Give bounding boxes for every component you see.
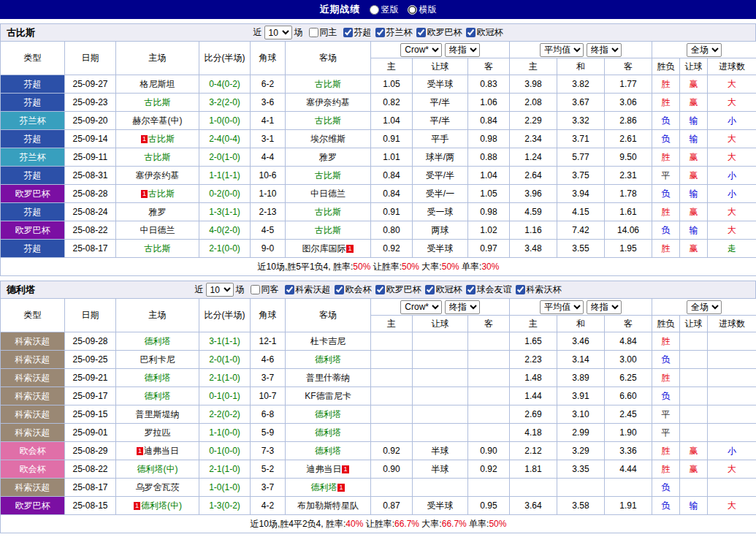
- col-goals-result: 进球数: [708, 58, 756, 75]
- summary-stat-label: 单率:: [459, 262, 482, 272]
- red-card-badge: 1: [137, 447, 143, 455]
- league-filter[interactable]: 科索沃杯: [516, 283, 562, 296]
- team-cell: 德利塔: [116, 369, 199, 387]
- goals-result-cell: 大: [708, 221, 756, 240]
- match-date: 25-08-22: [65, 221, 116, 240]
- layout-option-vertical[interactable]: 竖版: [370, 4, 399, 16]
- same-venue-label: 同客: [261, 283, 279, 296]
- handicap-result-cell: 赢: [680, 94, 708, 112]
- league-checkbox[interactable]: [285, 285, 294, 294]
- team-name: 德利塔: [315, 409, 341, 419]
- result-cell: 负: [652, 479, 680, 497]
- match-date: 25-08-17: [65, 479, 116, 497]
- match-score: 0-1(0-0): [199, 442, 251, 460]
- corner-score: 3-6: [251, 94, 286, 112]
- col-handicap-result: 让球: [680, 58, 708, 75]
- asia-away-odds: 0.97: [468, 240, 510, 258]
- fulltime-select[interactable]: 全场: [687, 300, 722, 314]
- summary-stat-label: 让胜率:: [363, 519, 394, 529]
- league-checkbox[interactable]: [425, 285, 435, 294]
- team-name: 赫尔辛基(中): [133, 115, 183, 126]
- league-checkbox[interactable]: [375, 28, 385, 37]
- games-label: 场: [294, 26, 303, 39]
- league-badge: 芬兰杯: [1, 148, 65, 167]
- corner-score: 6-2: [251, 75, 286, 94]
- euro-stage-select[interactable]: 终指: [587, 43, 622, 57]
- league-badge: 芬超: [1, 94, 65, 112]
- result-cell: 胜: [652, 203, 680, 221]
- summary-text: 近10场,胜5平1负4, 胜率:50% 让胜率:50% 大率:50% 单率:30…: [1, 258, 756, 276]
- summary-stat-label: 单率:: [467, 519, 489, 529]
- league-filter[interactable]: 欧罗巴杯: [375, 283, 421, 296]
- league-label: 欧会杯: [345, 283, 372, 296]
- same-venue-checkbox[interactable]: [251, 285, 260, 294]
- asia-home-odds: 0.91: [371, 203, 413, 221]
- asia-stage-select[interactable]: 终指: [445, 300, 480, 314]
- match-count-select[interactable]: 10: [264, 26, 292, 39]
- asia-home-odds: 0.92: [371, 442, 413, 460]
- league-filter[interactable]: 球会友谊: [466, 283, 512, 296]
- league-checkbox[interactable]: [375, 285, 385, 294]
- league-filter[interactable]: 科索沃超: [285, 283, 331, 296]
- handicap-result-cell: 输: [680, 130, 708, 148]
- league-filter[interactable]: 欧冠杯: [466, 26, 503, 39]
- odds-company-select[interactable]: Crow*: [400, 43, 442, 57]
- handicap-result-cell: [680, 332, 708, 351]
- asia-home-odds: [371, 351, 413, 369]
- team-name: 图尔库国际: [302, 243, 345, 254]
- recent-results-page: 近期战绩 竖版 横版 古比斯 近 10 场 同主 芬超芬兰杯欧罗巴杯欧冠杯: [0, 0, 756, 533]
- team-name: 德利塔: [145, 373, 171, 383]
- odds-company-select[interactable]: Crow*: [400, 300, 442, 314]
- fulltime-select[interactable]: 全场: [687, 43, 722, 57]
- euro-away-odds: 1.95: [605, 240, 652, 258]
- col-type: 类型: [1, 299, 65, 332]
- league-filter[interactable]: 欧会杯: [335, 283, 372, 296]
- league-filter[interactable]: 芬超: [343, 26, 372, 39]
- team-name-title: 古比斯: [7, 26, 35, 39]
- vertical-layout-radio[interactable]: [370, 5, 379, 15]
- horizontal-layout-radio[interactable]: [408, 5, 417, 15]
- corner-score: 2-13: [251, 203, 286, 221]
- league-checkbox[interactable]: [466, 285, 476, 294]
- goals-result-cell: 大: [708, 460, 756, 479]
- league-checkbox[interactable]: [416, 28, 426, 37]
- euro-away-odds: 2.61: [605, 130, 652, 148]
- league-checkbox[interactable]: [335, 285, 344, 294]
- asia-handicap: [413, 424, 468, 442]
- same-venue-filter[interactable]: 同主: [309, 26, 337, 39]
- match-row: 芬超25-08-24雅罗1-3(1-1)2-13古比斯0.91受一球0.984.…: [1, 203, 756, 221]
- team-cell: 古比斯: [116, 240, 199, 258]
- league-checkbox[interactable]: [466, 28, 476, 37]
- layout-option-horizontal[interactable]: 横版: [408, 4, 437, 16]
- same-venue-filter[interactable]: 同客: [251, 283, 279, 296]
- euro-home-odds: 1.48: [510, 369, 557, 387]
- asia-handicap: [413, 405, 468, 424]
- league-filter[interactable]: 芬兰杯: [375, 26, 413, 39]
- league-checkbox[interactable]: [516, 285, 525, 294]
- handicap-result-cell: [680, 369, 708, 387]
- euro-stage-select[interactable]: 终指: [587, 300, 622, 314]
- league-badge: 科索沃超: [1, 479, 65, 497]
- euro-home-odds: 2.12: [510, 442, 557, 460]
- league-filter[interactable]: 欧冠杯: [425, 283, 462, 296]
- league-label: 芬超: [354, 26, 372, 39]
- col-handicap-result: 让球: [680, 316, 708, 332]
- league-filter[interactable]: 欧罗巴杯: [416, 26, 462, 39]
- league-checkbox[interactable]: [343, 28, 353, 37]
- asia-stage-select[interactable]: 终指: [445, 43, 480, 57]
- result-cell: 胜: [652, 369, 680, 387]
- league-badge: 芬兰杯: [1, 112, 65, 130]
- asia-home-odds: [371, 479, 413, 497]
- team-cell: 图尔库国际1: [286, 240, 371, 258]
- col-corner: 角球: [251, 42, 286, 75]
- corner-score: 3-7: [251, 369, 286, 387]
- team-cell: 1古比斯: [116, 185, 199, 203]
- euro-company-select[interactable]: 平均值: [540, 300, 584, 314]
- result-cell: 胜: [652, 240, 680, 258]
- euro-company-select[interactable]: 平均值: [540, 43, 584, 57]
- handicap-result-cell: 输: [680, 112, 708, 130]
- same-venue-checkbox[interactable]: [309, 28, 318, 37]
- goals-result-cell: 大: [708, 148, 756, 167]
- match-count-select[interactable]: 10: [206, 283, 234, 297]
- team-cell: 古比斯: [286, 112, 371, 130]
